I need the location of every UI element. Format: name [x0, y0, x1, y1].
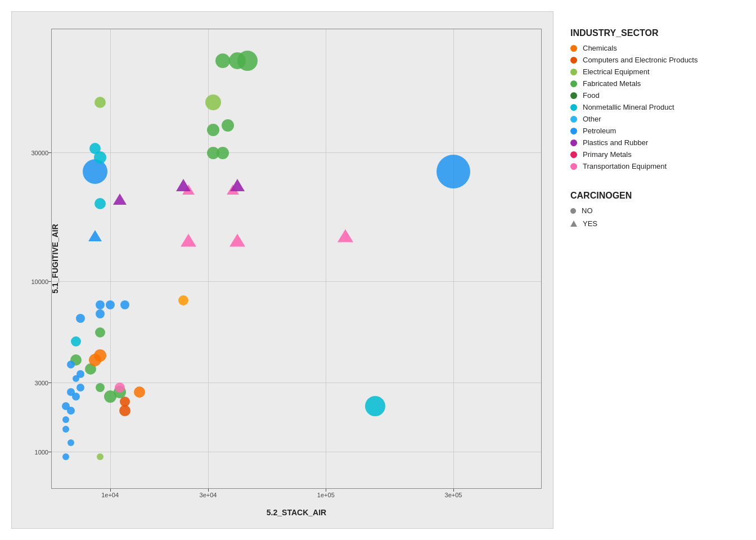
- legend-carcinogen-title: CARCINOGEN: [570, 191, 739, 201]
- legend-dot-icon: [570, 116, 577, 123]
- data-point-circle: [237, 51, 258, 71]
- legend-sector-label: Other: [583, 115, 601, 123]
- legend-dot-icon: [570, 69, 577, 75]
- carcinogen-section: CARCINOGEN NOYES: [570, 185, 739, 232]
- legend-sector-label: Transportation Equipment: [583, 162, 667, 170]
- legend-sector-label: Chemicals: [583, 44, 617, 52]
- carcinogen-item: YES: [570, 219, 739, 228]
- data-point-circle: [207, 124, 219, 136]
- legend-item: Food: [570, 91, 739, 100]
- grid-line-vertical: [326, 29, 326, 489]
- data-point-circle: [119, 405, 130, 416]
- data-point-circle: [83, 159, 107, 184]
- legend-dot-icon: [570, 128, 577, 134]
- carcinogen-label: NO: [582, 206, 593, 215]
- legend-sector-label: Computers and Electronic Products: [583, 56, 698, 64]
- legend-dot-icon: [570, 57, 577, 64]
- data-point-circle: [68, 439, 74, 446]
- data-point-circle: [178, 295, 188, 305]
- legend-sector-label: Primary Metals: [583, 150, 632, 159]
- legend-item: Other: [570, 115, 739, 123]
- data-point-circle: [62, 416, 69, 423]
- y-tick-label: 1000: [35, 449, 48, 456]
- data-point-circle: [94, 198, 106, 209]
- x-tick-label: 3e+05: [445, 492, 462, 498]
- grid-line-horizontal: [51, 452, 542, 452]
- grid-line-vertical: [453, 29, 454, 489]
- data-point-circle: [62, 453, 69, 460]
- legend-item: Nonmetallic Mineral Product: [570, 103, 739, 111]
- legend-item: Primary Metals: [570, 150, 739, 159]
- chart-inner: 5.1_FUGITIVE_AIR 5.2_STACK_AIR 100030001…: [51, 29, 542, 489]
- legend-dot-icon: [570, 140, 577, 146]
- grid-line-horizontal: [51, 382, 542, 383]
- legend-dot-icon: [570, 80, 577, 87]
- chart-area: 5.1_FUGITIVE_AIR 5.2_STACK_AIR 100030001…: [11, 11, 554, 529]
- legend-dot-icon: [570, 151, 577, 158]
- data-point-triangle: [113, 194, 127, 205]
- x-tick-label: 1e+04: [101, 492, 119, 498]
- legend-dot-icon: [570, 92, 577, 99]
- legend-sectors: ChemicalsComputers and Electronic Produc…: [570, 44, 739, 174]
- data-point-circle: [134, 386, 145, 398]
- data-point-circle: [94, 97, 106, 108]
- data-point-circle: [89, 143, 101, 154]
- carcinogen-triangle-icon: [570, 220, 577, 227]
- grid-line-horizontal: [51, 152, 542, 153]
- data-point-triangle: [181, 234, 196, 247]
- data-point-circle: [76, 384, 84, 392]
- x-tick-label: 3e+04: [200, 492, 217, 498]
- y-tick-label: 30000: [31, 150, 48, 156]
- data-point-circle: [62, 426, 69, 433]
- data-point-circle: [365, 396, 385, 416]
- x-tick-label: 1e+05: [317, 492, 335, 498]
- data-point-circle: [120, 300, 129, 309]
- data-point-circle: [96, 309, 105, 318]
- data-point-circle: [106, 300, 115, 309]
- legend-item: Transportation Equipment: [570, 162, 739, 170]
- legend-industry-title: INDUSTRY_SECTOR: [570, 28, 739, 38]
- legend-item: Petroleum: [570, 127, 739, 135]
- data-point-circle: [67, 407, 75, 415]
- legend-sector-label: Petroleum: [583, 127, 616, 135]
- carcinogen-item: NO: [570, 206, 739, 215]
- data-point-circle: [96, 300, 105, 309]
- data-point-circle: [115, 382, 125, 393]
- data-point-triangle: [88, 230, 102, 241]
- legend-item: Chemicals: [570, 44, 739, 52]
- legend-sector-label: Food: [583, 91, 600, 100]
- legend-item: Fabricated Metals: [570, 79, 739, 88]
- data-point-triangle: [230, 234, 245, 247]
- legend-item: Plastics and Rubber: [570, 138, 739, 147]
- data-point-circle: [73, 375, 79, 382]
- data-point-circle: [95, 327, 105, 338]
- data-point-circle: [205, 94, 221, 110]
- data-point-circle: [222, 119, 234, 132]
- data-point-triangle: [338, 230, 353, 242]
- x-axis-label: 5.2_STACK_AIR: [267, 508, 326, 517]
- data-point-circle: [436, 155, 470, 188]
- y-tick-label: 10000: [31, 278, 48, 285]
- y-axis-label: 5.1_FUGITIVE_AIR: [51, 224, 60, 294]
- data-point-circle: [215, 53, 230, 68]
- data-point-circle: [96, 383, 105, 392]
- data-point-circle: [94, 349, 106, 362]
- carcinogen-circle-icon: [570, 208, 576, 214]
- legend-carcinogen: NOYES: [570, 206, 739, 228]
- data-point-circle: [72, 393, 80, 400]
- data-point-circle: [217, 147, 229, 159]
- legend-sector-label: Fabricated Metals: [583, 79, 641, 88]
- legend-item: Computers and Electronic Products: [570, 56, 739, 64]
- legend-sector-label: Plastics and Rubber: [583, 138, 648, 147]
- grid-line-vertical: [110, 29, 111, 489]
- data-point-triangle: [176, 179, 191, 191]
- legend-sector-label: Electrical Equipment: [583, 68, 650, 76]
- data-point-circle: [97, 453, 104, 460]
- y-tick-label: 3000: [35, 380, 48, 386]
- data-point-circle: [76, 314, 85, 323]
- data-point-circle: [67, 361, 75, 368]
- main-container: 5.1_FUGITIVE_AIR 5.2_STACK_AIR 100030001…: [0, 0, 756, 540]
- data-point-triangle: [230, 179, 245, 191]
- legend-item: Electrical Equipment: [570, 68, 739, 76]
- legend-dot-icon: [570, 163, 577, 170]
